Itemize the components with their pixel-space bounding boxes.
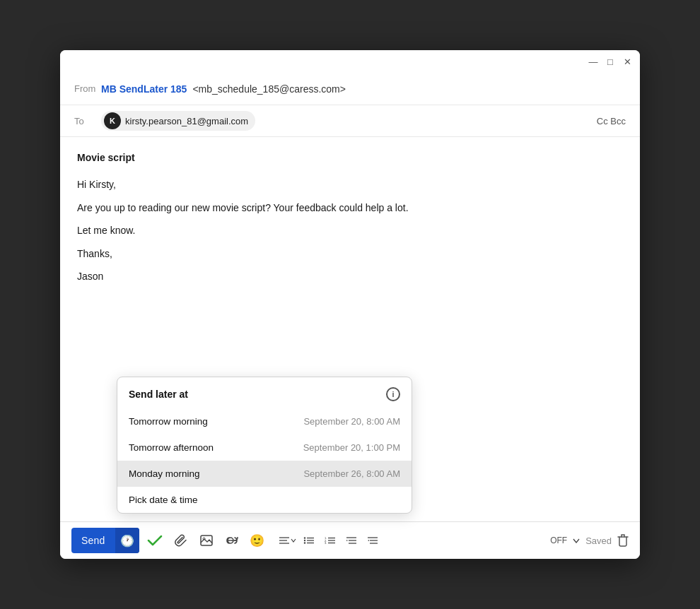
- indent-icon: [346, 536, 357, 545]
- option-date-2: September 26, 8:00 AM: [303, 468, 400, 479]
- recipient-chip[interactable]: K kirsty.pearson_81@gmail.com: [101, 111, 255, 131]
- title-bar: — □ ✕: [60, 50, 640, 73]
- attachment-button[interactable]: [170, 530, 192, 551]
- outdent-icon: [367, 536, 378, 545]
- para1: Are you up to reading our new movie scri…: [77, 200, 623, 215]
- option-label-3: Pick date & time: [129, 495, 198, 505]
- toolbar-right: OFF Saved: [550, 534, 629, 547]
- send-later-popup: Send later at i Tomorrow morning Septemb…: [117, 377, 412, 514]
- indent-button[interactable]: [342, 531, 361, 550]
- delete-button[interactable]: [617, 534, 629, 547]
- svg-point-5: [303, 537, 305, 538]
- info-icon[interactable]: i: [386, 387, 400, 401]
- option-date-0: September 20, 8:00 AM: [303, 416, 400, 427]
- list-icon: [303, 536, 315, 545]
- sender-name: MB SendLater 185: [101, 83, 187, 95]
- popup-title: Send later at: [129, 389, 188, 400]
- window-controls: — □ ✕: [588, 56, 633, 67]
- para2: Let me know.: [77, 223, 623, 238]
- option-label-1: Tomorrow afternoon: [129, 442, 214, 453]
- subject-line: Movie script: [77, 150, 623, 165]
- check-button[interactable]: [144, 529, 166, 552]
- align-dropdown-icon: [291, 538, 296, 543]
- cc-bcc-button[interactable]: Cc Bcc: [597, 116, 626, 126]
- to-label: To: [74, 116, 101, 126]
- maximize-button[interactable]: □: [605, 56, 616, 67]
- send-button[interactable]: Send 🕐: [71, 528, 139, 553]
- send-label: Send: [71, 535, 115, 546]
- align-icon: [279, 536, 290, 545]
- list-item[interactable]: Tomorrow afternoon September 20, 1:00 PM: [117, 434, 412, 461]
- from-label: From: [74, 83, 101, 94]
- list-item[interactable]: Monday morning September 26, 8:00 AM: [117, 461, 412, 487]
- option-label-2: Monday morning: [129, 468, 200, 479]
- format-dropdown-icon: [573, 538, 580, 543]
- svg-point-6: [303, 540, 305, 541]
- ordered-list-button[interactable]: 1. 2. 3.: [320, 531, 340, 550]
- format-group: 1. 2. 3.: [278, 531, 383, 550]
- svg-point-7: [303, 542, 305, 543]
- from-row: From MB SendLater 185 <mb_schedule_185@c…: [60, 73, 640, 105]
- avatar: K: [104, 112, 121, 129]
- body-text: Hi Kirsty, Are you up to reading our new…: [77, 177, 623, 284]
- list-item[interactable]: Tomorrow morning September 20, 8:00 AM: [117, 408, 412, 434]
- format-off-label: OFF: [550, 536, 567, 545]
- close-button[interactable]: ✕: [622, 56, 633, 67]
- sign2: Jason: [77, 268, 623, 284]
- unordered-list-button[interactable]: [299, 531, 319, 550]
- sender-email: <mb_schedule_185@caress.com>: [192, 83, 346, 95]
- link-button[interactable]: [221, 530, 243, 551]
- sign1: Thanks,: [77, 246, 623, 261]
- popup-header: Send later at i: [117, 377, 412, 408]
- emoji-icon: 🙂: [250, 533, 264, 548]
- recipient-email: kirsty.pearson_81@gmail.com: [125, 116, 248, 126]
- minimize-button[interactable]: —: [588, 56, 599, 67]
- greeting: Hi Kirsty,: [77, 177, 623, 192]
- option-label-0: Tomorrow morning: [129, 416, 208, 427]
- image-icon: [200, 535, 213, 546]
- toolbar: Send 🕐: [60, 521, 640, 559]
- image-button[interactable]: [196, 530, 217, 551]
- outdent-button[interactable]: [363, 531, 383, 550]
- option-date-1: September 20, 1:00 PM: [303, 442, 400, 453]
- trash-icon: [617, 534, 629, 547]
- svg-text:3.: 3.: [325, 541, 327, 545]
- list-item[interactable]: Pick date & time: [117, 487, 412, 513]
- clock-icon: 🕐: [115, 528, 139, 553]
- link-icon: [226, 537, 238, 544]
- ordered-list-icon: 1. 2. 3.: [325, 536, 336, 545]
- to-row: To K kirsty.pearson_81@gmail.com Cc Bcc: [60, 105, 640, 137]
- attachment-icon: [175, 534, 187, 547]
- emoji-button[interactable]: 🙂: [247, 530, 268, 551]
- align-button[interactable]: [278, 531, 298, 550]
- check-icon: [147, 534, 163, 547]
- compose-window: — □ ✕ From MB SendLater 185 <mb_schedule…: [60, 50, 640, 559]
- saved-label: Saved: [585, 536, 612, 546]
